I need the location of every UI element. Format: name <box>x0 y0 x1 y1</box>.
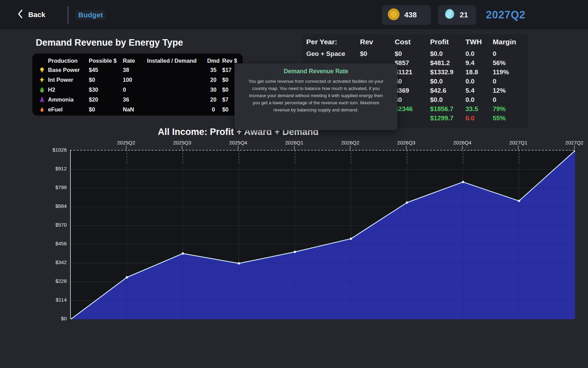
tooltip-title: Demand Revenue Rate <box>234 68 397 75</box>
x-axis-tick: 2025Q3 <box>163 140 201 145</box>
x-axis-tickmark <box>294 145 295 150</box>
possible-value: $20 <box>89 96 123 103</box>
x-axis-tick: 2025Q2 <box>108 140 145 145</box>
possible-value: $0 <box>89 106 123 113</box>
y-axis-tick: $1026 <box>41 147 67 153</box>
dmd-value: 0 <box>205 106 222 113</box>
x-axis-tick: 2026Q3 <box>388 140 425 145</box>
income-chart <box>70 150 574 319</box>
energy-table-header: Production Possible $ Rate Installed / D… <box>32 56 243 65</box>
energy-row-int-power[interactable]: Int Power $0 100 20 $0 <box>32 75 243 85</box>
x-axis-tickmark <box>406 145 407 150</box>
gems-display[interactable]: 21 <box>438 5 476 25</box>
twh-value: 18.8 <box>466 68 493 76</box>
demand-revenue-panel: Production Possible $ Rate Installed / D… <box>32 53 243 116</box>
col-rev: Rev $ <box>222 58 243 64</box>
dmd-value: 35 <box>205 67 222 73</box>
coins-display[interactable]: 438 <box>382 5 431 25</box>
margin-value: 55% <box>493 114 528 122</box>
y-axis-tick: $114 <box>41 297 67 303</box>
x-axis-tickmark <box>462 145 463 150</box>
energy-row-base-power[interactable]: Base Power $45 38 35 $17 <box>32 65 243 75</box>
col-rate: Rate <box>123 58 139 64</box>
back-label: Back <box>28 11 45 19</box>
coins-count: 438 <box>404 11 417 19</box>
col-profit: Profit <box>430 38 466 46</box>
rate-value: NaN <box>123 106 139 113</box>
x-axis-tick: 2026Q2 <box>331 140 369 145</box>
gem-icon <box>443 8 456 22</box>
cost-value: $857 <box>395 59 430 67</box>
x-axis-tickmark <box>350 145 350 150</box>
energy-row-h2[interactable]: H2 $30 0 30 $0 <box>32 85 243 95</box>
twh-value: 0.0 <box>466 50 493 58</box>
x-axis-tickmark <box>182 145 182 150</box>
y-axis-tick: $798 <box>41 184 67 190</box>
col-per-year: Per Year: <box>306 38 360 46</box>
margin-value: 119% <box>493 68 528 76</box>
margin-value: 56% <box>493 59 528 67</box>
back-button[interactable]: Back <box>18 10 45 20</box>
profit-value: $1856.7 <box>430 105 466 113</box>
x-axis-tickmark <box>518 145 519 150</box>
twh-value: 5.4 <box>466 87 493 94</box>
twh-value: 9.4 <box>466 59 493 67</box>
y-axis-tick: $684 <box>41 203 67 209</box>
col-cost: Cost <box>395 38 430 46</box>
possible-value: $30 <box>89 87 123 93</box>
rate-value: 36 <box>123 96 139 103</box>
y-axis-tick: $570 <box>41 222 67 228</box>
twh-value: 0.0 <box>466 114 493 122</box>
y-axis-tick: $0 <box>41 316 67 321</box>
flask-icon <box>36 96 48 103</box>
profit-value: $0.0 <box>430 96 466 104</box>
demand-revenue-rate-tooltip: Demand Revenue Rate You get some revenue… <box>234 63 397 130</box>
energy-name: Base Power <box>48 67 89 73</box>
possible-value: $45 <box>89 67 123 73</box>
margin-value: 12% <box>493 87 528 94</box>
dmd-value: 20 <box>205 96 222 103</box>
cost-value: $1121 <box>395 68 430 76</box>
row-label: Geo + Space <box>306 50 360 58</box>
per-year-header: Per Year: Rev Cost Profit TWH Margin <box>302 37 528 46</box>
x-axis-tick: 2026Q1 <box>276 140 313 145</box>
col-rev: Rev <box>360 38 395 46</box>
col-dmd: Dmd <box>205 58 222 64</box>
bulb-icon <box>36 67 48 73</box>
col-possible: Possible $ <box>89 58 123 64</box>
droplet-icon <box>36 87 48 93</box>
x-axis-tickmark <box>574 145 575 150</box>
profit-value: $0.0 <box>430 78 466 85</box>
tab-budget[interactable]: Budget <box>76 10 105 20</box>
dmd-value: 20 <box>205 77 222 83</box>
energy-row-ammonia[interactable]: Ammonia $20 36 20 $7 <box>32 95 243 105</box>
col-production: Production <box>48 58 89 64</box>
margin-value: 79% <box>493 105 528 113</box>
x-axis-tick: 2027Q2 <box>556 140 588 145</box>
gems-count: 21 <box>460 11 468 19</box>
tooltip-body: You get some revenue from connected or a… <box>245 78 387 113</box>
energy-name: H2 <box>48 87 89 93</box>
y-axis-tick: $342 <box>41 259 67 265</box>
cost-value: $369 <box>395 87 430 94</box>
tab-divider <box>67 6 69 24</box>
current-quarter: 2027Q2 <box>486 9 525 21</box>
profit-value: $0.0 <box>430 50 466 58</box>
margin-value: 0 <box>493 78 528 85</box>
x-axis-tickmark <box>126 145 127 150</box>
profit-value: $1332.9 <box>430 68 466 76</box>
topbar: Back Budget 438 21 2027Q2 <box>0 0 588 29</box>
cost-value: $0 <box>395 78 430 85</box>
profit-value: $42.6 <box>430 87 466 94</box>
twh-value: 0.0 <box>466 96 493 104</box>
energy-row-efuel[interactable]: eFuel $0 NaN 0 $0 <box>32 105 243 114</box>
cost-value: $0 <box>395 50 430 58</box>
rate-value: 100 <box>123 77 139 83</box>
dmd-value: 30 <box>205 87 222 93</box>
profit-value: $481.2 <box>430 59 466 67</box>
energy-table-title: Demand Revenue by Energy Type <box>36 37 183 48</box>
energy-name: eFuel <box>48 106 89 113</box>
y-axis-tick: $912 <box>41 166 67 171</box>
rev-value: $0 <box>360 50 395 58</box>
margin-value: 0 <box>493 50 528 58</box>
